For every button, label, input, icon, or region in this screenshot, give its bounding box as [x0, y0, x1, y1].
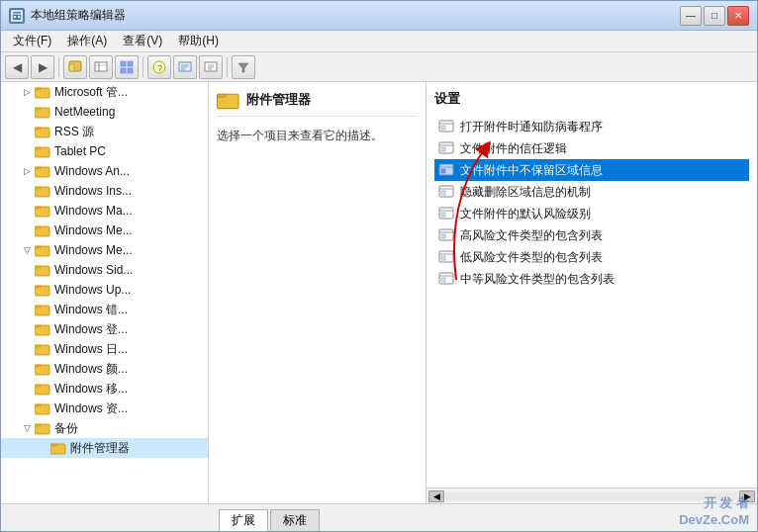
toggle-icon: [21, 185, 33, 197]
setting-item-hidedel[interactable]: 隐藏删除区域信息的机制: [434, 181, 749, 203]
setting-item-lowrisk[interactable]: 低风险文件类型的包含列表: [434, 246, 749, 268]
setting-label: 中等风险文件类型的包含列表: [460, 271, 615, 288]
svg-rect-41: [35, 246, 41, 248]
tree-item-winUp[interactable]: Windows Up...: [1, 280, 208, 300]
scroll-left-btn[interactable]: ◀: [428, 490, 444, 502]
tree-item-backup[interactable]: ▽ 备份: [1, 418, 208, 438]
setting-item-antivirus[interactable]: 打开附件时通知防病毒程序: [434, 116, 749, 137]
folder-icon: [35, 105, 50, 119]
tree-item-rss[interactable]: RSS 源: [1, 122, 208, 141]
svg-rect-45: [35, 286, 41, 288]
tree-item-winMe2[interactable]: ▽ Windows Me...: [1, 240, 208, 260]
svg-rect-15: [179, 62, 191, 71]
svg-text:?: ?: [157, 63, 162, 73]
tree-item-winSid[interactable]: Windows Sid...: [1, 260, 208, 280]
up-button[interactable]: [63, 55, 87, 79]
toggle-icon: [21, 145, 33, 157]
tree-label: Windows 日...: [54, 341, 128, 358]
folder-icon: [35, 362, 50, 376]
forward-button[interactable]: ▶: [31, 55, 54, 79]
svg-rect-29: [35, 128, 41, 130]
tree-label: 附件管理器: [70, 440, 130, 457]
svg-rect-6: [95, 62, 107, 71]
setting-item-highrisk[interactable]: 高风险文件类型的包含列表: [434, 224, 749, 246]
setting-icon: [438, 119, 454, 134]
grid-btn[interactable]: [115, 55, 139, 79]
setting-label: 文件附件的信任逻辑: [460, 140, 567, 157]
svg-rect-31: [35, 147, 41, 149]
filter-btn[interactable]: [232, 55, 255, 79]
tree-item-winMe1[interactable]: Windows Me...: [1, 221, 208, 240]
help-btn[interactable]: ?: [147, 55, 171, 79]
show-btn[interactable]: [89, 55, 113, 79]
tree-item-winMove[interactable]: Windows 移...: [1, 379, 208, 399]
svg-rect-61: [50, 444, 56, 446]
setting-item-nozone[interactable]: 文件附件中不保留区域信息: [434, 159, 749, 181]
tree-item-winColor[interactable]: Windows 颜...: [1, 359, 208, 379]
toggle-icon: [21, 304, 33, 315]
folder-icon: [35, 144, 50, 158]
tree-label: Tablet PC: [54, 144, 106, 158]
toggle-icon: [21, 205, 33, 217]
folder-icon: [35, 382, 50, 396]
tree-item-winErr[interactable]: Windows 错...: [1, 300, 208, 319]
tree-item-netmeeting[interactable]: NetMeeting: [1, 102, 208, 122]
window-title: 本地组策略编辑器: [31, 7, 126, 24]
tree-item-attachment[interactable]: 附件管理器: [1, 438, 208, 458]
tab-standard[interactable]: 标准: [270, 509, 320, 531]
toolbar-sep-1: [58, 57, 59, 77]
tree-item-winIns[interactable]: Windows Ins...: [1, 181, 208, 201]
tree-label: Windows Ma...: [54, 204, 133, 218]
menu-view[interactable]: 查看(V): [115, 31, 170, 51]
info-btn[interactable]: [173, 55, 197, 79]
toolbar: ◀ ▶: [1, 52, 757, 82]
export-btn[interactable]: [199, 55, 223, 79]
minimize-button[interactable]: —: [680, 6, 702, 26]
toggle-icon: [21, 323, 33, 335]
menu-help[interactable]: 帮助(H): [170, 31, 227, 51]
setting-item-medrisk[interactable]: 中等风险文件类型的包含列表: [434, 268, 749, 290]
setting-label: 文件附件的默认风险级别: [460, 206, 591, 222]
svg-rect-75: [441, 191, 445, 195]
tree-item-microsoft[interactable]: ▷ Microsoft 管...: [1, 82, 208, 102]
menu-bar: 文件(F) 操作(A) 查看(V) 帮助(H): [1, 31, 757, 52]
tree-item-winAn[interactable]: ▷ Windows An...: [1, 161, 208, 181]
svg-rect-59: [35, 424, 41, 426]
middle-panel-description: 选择一个项目来查看它的描述。: [217, 127, 418, 144]
tree-item-winRes[interactable]: Windows 资...: [1, 399, 208, 418]
tree-scroll[interactable]: ▷ Microsoft 管...: [1, 82, 208, 505]
tree-item-winLogin[interactable]: Windows 登...: [1, 319, 208, 339]
close-button[interactable]: ✕: [727, 6, 749, 26]
menu-action[interactable]: 操作(A): [59, 31, 115, 51]
tree-item-winMa[interactable]: Windows Ma...: [1, 201, 208, 221]
folder-icon: [35, 85, 50, 99]
toggle-icon: [21, 106, 33, 118]
toggle-icon: [21, 284, 33, 296]
maximize-button[interactable]: □: [704, 6, 725, 26]
folder-icon: [35, 322, 50, 336]
tree-label: 备份: [54, 420, 78, 437]
tree-label: Windows 登...: [54, 321, 128, 338]
setting-item-defaultrisk[interactable]: 文件附件的默认风险级别: [434, 203, 749, 224]
setting-icon: [438, 184, 454, 200]
tab-expand[interactable]: 扩展: [219, 509, 268, 531]
tree-item-tabletpc[interactable]: Tablet PC: [1, 141, 208, 161]
setting-item-trust[interactable]: 文件附件的信任逻辑: [434, 137, 749, 159]
setting-label: 文件附件中不保留区域信息: [460, 162, 603, 179]
tree-label: Windows Sid...: [54, 263, 133, 277]
svg-rect-84: [441, 256, 445, 260]
svg-marker-23: [238, 63, 248, 72]
svg-rect-55: [35, 385, 41, 387]
tree-label: Windows Ins...: [54, 184, 132, 198]
toggle-icon: ▷: [21, 165, 33, 177]
svg-rect-5: [69, 64, 74, 71]
svg-rect-87: [441, 278, 445, 282]
back-button[interactable]: ◀: [5, 55, 29, 79]
svg-rect-51: [35, 345, 41, 347]
toolbar-sep-3: [227, 57, 228, 77]
toggle-icon: [37, 442, 48, 454]
svg-rect-63: [218, 94, 227, 97]
menu-file[interactable]: 文件(F): [5, 31, 59, 51]
tree-item-winLog[interactable]: Windows 日...: [1, 339, 208, 359]
folder-icon: [35, 223, 50, 237]
